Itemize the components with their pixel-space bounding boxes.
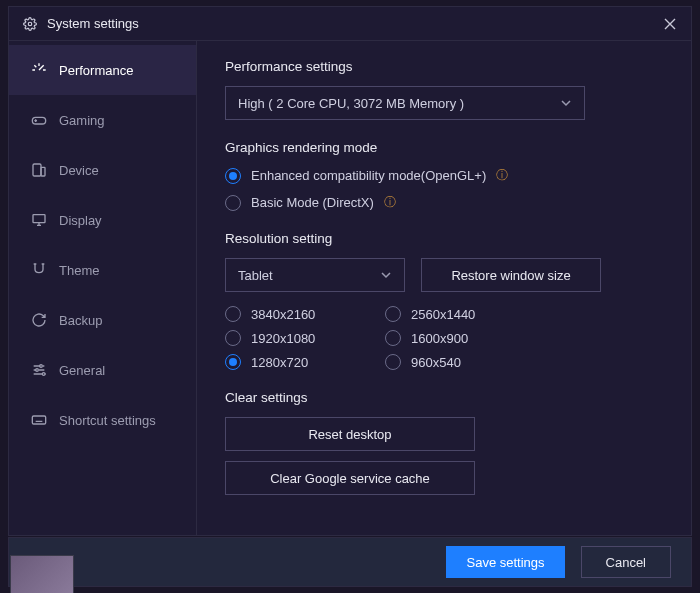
graphics-section: Graphics rendering mode Enhanced compati… <box>225 140 663 211</box>
button-label: Clear Google service cache <box>270 471 430 486</box>
button-label: Cancel <box>606 555 646 570</box>
speed-icon <box>31 62 47 78</box>
svg-rect-1 <box>32 117 45 124</box>
chevron-down-icon <box>380 269 392 281</box>
window-title: System settings <box>47 16 139 31</box>
sidebar-item-backup[interactable]: Backup <box>9 295 196 345</box>
restore-window-button[interactable]: Restore window size <box>421 258 601 292</box>
svg-point-5 <box>40 365 43 368</box>
radio-label: Basic Mode (DirectX) <box>251 195 374 210</box>
sidebar-item-theme[interactable]: Theme <box>9 245 196 295</box>
button-label: Save settings <box>466 555 544 570</box>
sidebar-item-label: Performance <box>59 63 133 78</box>
dropdown-value: High ( 2 Core CPU, 3072 MB Memory ) <box>238 96 552 111</box>
resolution-option[interactable]: 1920x1080 <box>225 330 385 346</box>
sidebar-item-label: Shortcut settings <box>59 413 156 428</box>
resolution-option[interactable]: 3840x2160 <box>225 306 385 322</box>
sidebar-item-label: Backup <box>59 313 102 328</box>
chevron-down-icon <box>560 97 572 109</box>
save-button[interactable]: Save settings <box>446 546 564 578</box>
svg-point-7 <box>42 373 45 376</box>
dropdown-value: Tablet <box>238 268 372 283</box>
radio-icon <box>225 168 241 184</box>
sidebar-item-label: Display <box>59 213 102 228</box>
titlebar: System settings <box>9 7 691 41</box>
clear-cache-button[interactable]: Clear Google service cache <box>225 461 475 495</box>
radio-label: 3840x2160 <box>251 307 315 322</box>
radio-label: 1600x900 <box>411 331 468 346</box>
close-icon <box>664 18 676 30</box>
radio-icon <box>225 330 241 346</box>
svg-point-6 <box>36 369 39 372</box>
radio-icon <box>225 354 241 370</box>
sidebar-item-general[interactable]: General <box>9 345 196 395</box>
resolution-section: Resolution setting Tablet Restore window… <box>225 231 663 370</box>
keyboard-icon <box>31 412 47 428</box>
sidebar-item-shortcut[interactable]: Shortcut settings <box>9 395 196 445</box>
section-title: Clear settings <box>225 390 663 405</box>
display-icon <box>31 212 47 228</box>
radio-label: 2560x1440 <box>411 307 475 322</box>
resolution-option[interactable]: 2560x1440 <box>385 306 545 322</box>
sidebar: Performance Gaming Device Display Theme … <box>9 41 197 535</box>
sidebar-item-performance[interactable]: Performance <box>9 45 196 95</box>
footer-bar: Save settings Cancel <box>8 537 692 587</box>
device-icon <box>31 162 47 178</box>
svg-rect-8 <box>32 416 45 424</box>
performance-dropdown[interactable]: High ( 2 Core CPU, 3072 MB Memory ) <box>225 86 585 120</box>
resolution-option[interactable]: 960x540 <box>385 354 545 370</box>
gear-icon <box>23 17 37 31</box>
sidebar-item-label: General <box>59 363 105 378</box>
resolution-mode-dropdown[interactable]: Tablet <box>225 258 405 292</box>
section-title: Graphics rendering mode <box>225 140 663 155</box>
clear-section: Clear settings Reset desktop Clear Googl… <box>225 390 663 495</box>
resolution-option[interactable]: 1280x720 <box>225 354 385 370</box>
svg-point-0 <box>28 22 32 26</box>
resolution-option[interactable]: 1600x900 <box>385 330 545 346</box>
graphics-option-opengl[interactable]: Enhanced compatibility mode(OpenGL+) ⓘ <box>225 167 663 184</box>
radio-icon <box>385 330 401 346</box>
info-icon[interactable]: ⓘ <box>496 167 508 184</box>
sidebar-item-gaming[interactable]: Gaming <box>9 95 196 145</box>
section-title: Resolution setting <box>225 231 663 246</box>
sidebar-item-label: Theme <box>59 263 99 278</box>
sidebar-item-display[interactable]: Display <box>9 195 196 245</box>
close-button[interactable] <box>659 13 681 35</box>
taskbar-thumbnail[interactable] <box>10 555 74 593</box>
section-title: Performance settings <box>225 59 663 74</box>
sidebar-item-label: Device <box>59 163 99 178</box>
radio-label: 1920x1080 <box>251 331 315 346</box>
settings-window: System settings Performance Gaming Devic… <box>8 6 692 536</box>
svg-rect-4 <box>33 215 45 223</box>
info-icon[interactable]: ⓘ <box>384 194 396 211</box>
sidebar-item-device[interactable]: Device <box>9 145 196 195</box>
sidebar-item-label: Gaming <box>59 113 105 128</box>
radio-icon <box>225 195 241 211</box>
theme-icon <box>31 262 47 278</box>
button-label: Reset desktop <box>308 427 391 442</box>
radio-icon <box>385 306 401 322</box>
resolution-grid: 3840x2160 2560x1440 1920x1080 1600x900 1… <box>225 306 663 370</box>
cancel-button[interactable]: Cancel <box>581 546 671 578</box>
reset-desktop-button[interactable]: Reset desktop <box>225 417 475 451</box>
gaming-icon <box>31 112 47 128</box>
content-panel: Performance settings High ( 2 Core CPU, … <box>197 41 691 535</box>
radio-label: 1280x720 <box>251 355 308 370</box>
sliders-icon <box>31 362 47 378</box>
graphics-option-directx[interactable]: Basic Mode (DirectX) ⓘ <box>225 194 663 211</box>
svg-rect-2 <box>33 164 41 176</box>
backup-icon <box>31 312 47 328</box>
radio-label: Enhanced compatibility mode(OpenGL+) <box>251 168 486 183</box>
radio-label: 960x540 <box>411 355 461 370</box>
performance-section: Performance settings High ( 2 Core CPU, … <box>225 59 663 120</box>
radio-icon <box>225 306 241 322</box>
radio-icon <box>385 354 401 370</box>
button-label: Restore window size <box>451 268 570 283</box>
svg-rect-3 <box>41 167 45 176</box>
